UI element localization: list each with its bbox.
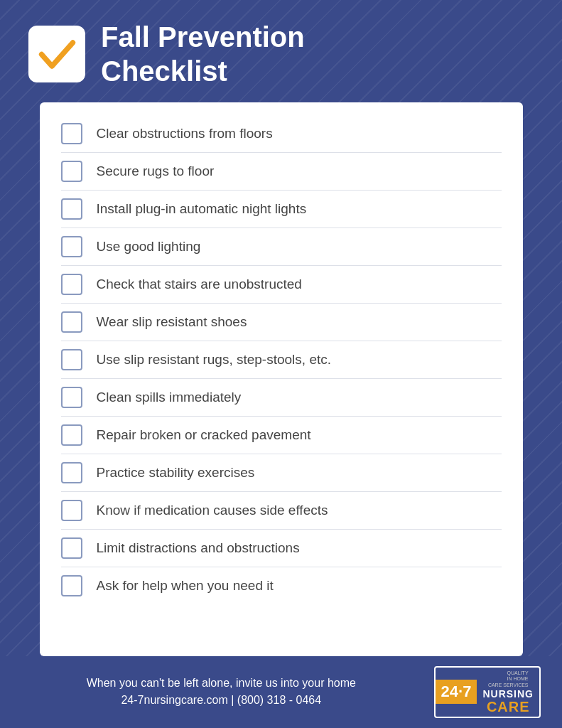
item-text-8: Repair broken or cracked pavement	[97, 427, 311, 444]
checklist-item: Secure rugs to floor	[61, 153, 502, 191]
logo-nursing: NURSING	[482, 688, 534, 700]
item-text-3: Use good lighting	[97, 238, 201, 256]
logo-number: 24·7	[436, 680, 477, 704]
logo-quality: QUALITYIN HOMECARE SERVICES	[488, 670, 529, 688]
item-text-2: Install plug-in automatic night lights	[97, 200, 307, 218]
checkbox-11[interactable]	[61, 537, 82, 559]
checkbox-10[interactable]	[61, 500, 82, 521]
checklist-item: Check that stairs are unobstructed	[61, 266, 502, 304]
checkbox-7[interactable]	[61, 387, 82, 408]
checkbox-8[interactable]	[61, 424, 82, 446]
footer-text: When you can't be left alone, invite us …	[21, 675, 421, 709]
item-text-7: Clean spills immediately	[97, 389, 242, 407]
checklist-item: Ask for help when you need it	[61, 567, 502, 604]
checkbox-3[interactable]	[61, 236, 82, 257]
checklist-item: Know if medication causes side effects	[61, 492, 502, 530]
footer-logo: 24·7 QUALITYIN HOMECARE SERVICES NURSING…	[434, 666, 541, 718]
item-text-9: Practice stability exercises	[97, 464, 255, 482]
item-text-12: Ask for help when you need it	[97, 577, 274, 595]
header: Fall Prevention Checklist	[0, 0, 562, 102]
checklist-item: Limit distractions and obstructions	[61, 530, 502, 567]
checklist-item: Use slip resistant rugs, step-stools, et…	[61, 341, 502, 379]
checkbox-9[interactable]	[61, 462, 82, 483]
checkbox-0[interactable]	[61, 123, 82, 144]
checkbox-6[interactable]	[61, 349, 82, 370]
checklist: Clear obstructions from floorsSecure rug…	[61, 115, 502, 604]
checkbox-5[interactable]	[61, 311, 82, 333]
item-text-11: Limit distractions and obstructions	[97, 540, 300, 557]
item-text-6: Use slip resistant rugs, step-stools, et…	[97, 351, 332, 369]
checklist-card: Clear obstructions from floorsSecure rug…	[40, 102, 523, 656]
item-text-0: Clear obstructions from floors	[97, 125, 273, 143]
checkbox-1[interactable]	[61, 161, 82, 182]
item-text-10: Know if medication causes side effects	[97, 502, 328, 520]
item-text-1: Secure rugs to floor	[97, 163, 215, 181]
checkbox-4[interactable]	[61, 274, 82, 295]
logo-checkbox	[28, 26, 85, 82]
checklist-item: Repair broken or cracked pavement	[61, 417, 502, 454]
page-title: Fall Prevention Checklist	[101, 20, 305, 88]
footer: When you can't be left alone, invite us …	[0, 656, 562, 728]
checklist-item: Use good lighting	[61, 228, 502, 266]
item-text-4: Check that stairs are unobstructed	[97, 276, 302, 294]
checklist-item: Install plug-in automatic night lights	[61, 191, 502, 228]
checklist-item: Practice stability exercises	[61, 454, 502, 492]
checklist-item: Clear obstructions from floors	[61, 115, 502, 153]
checkbox-12[interactable]	[61, 575, 82, 596]
logo-care: CARE	[487, 700, 530, 714]
checkbox-2[interactable]	[61, 198, 82, 220]
checkmark-icon	[38, 35, 77, 74]
checklist-item: Wear slip resistant shoes	[61, 304, 502, 341]
logo-text-block: QUALITYIN HOMECARE SERVICES NURSING CARE	[477, 668, 539, 717]
item-text-5: Wear slip resistant shoes	[97, 314, 247, 331]
checklist-item: Clean spills immediately	[61, 379, 502, 417]
